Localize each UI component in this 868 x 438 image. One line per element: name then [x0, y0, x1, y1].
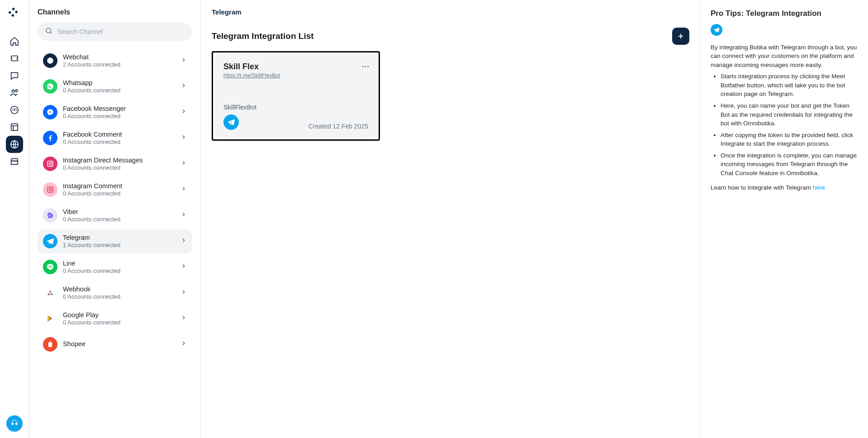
card-title: Skill Flex — [223, 62, 368, 71]
channels-title: Channels — [38, 8, 196, 16]
svg-line-8 — [50, 32, 52, 33]
channel-sub: 0 Accounts connected — [63, 216, 175, 223]
channel-sub: 1 Accounts connected — [63, 242, 175, 249]
nav-chat[interactable] — [6, 67, 23, 84]
channel-list: Webchat2 Accounts connectedWhatsapp0 Acc… — [38, 45, 196, 438]
chevron-right-icon — [180, 57, 187, 65]
card-created-date: Created 12 Feb 2025 — [308, 123, 368, 130]
chevron-right-icon — [180, 289, 187, 297]
app-logo — [8, 7, 21, 20]
nav-channels[interactable] — [6, 136, 23, 153]
channel-item-viber[interactable]: Viber0 Accounts connected — [38, 204, 192, 228]
card-menu-button[interactable] — [361, 62, 370, 73]
play-icon — [43, 311, 57, 326]
channel-name: Facebook Messenger — [63, 105, 175, 113]
chevron-right-icon — [180, 134, 187, 142]
channel-sub: 0 Accounts connected — [63, 138, 175, 146]
integration-area: Telegram Telegram Integration List Skill… — [201, 0, 701, 438]
nav-template[interactable] — [6, 119, 23, 136]
svg-point-11 — [49, 163, 51, 165]
channel-name: Viber — [63, 208, 175, 216]
svg-rect-3 — [11, 124, 18, 131]
integration-card-highlight: Skill Flex https://t.me/SkillFlexBot Ski… — [212, 51, 380, 141]
tips-bullet: After copying the token to the provided … — [721, 131, 858, 148]
channel-sub: 0 Accounts connected — [63, 164, 175, 171]
tips-bullet: Starts integration process by clicking t… — [721, 72, 858, 99]
integration-card[interactable]: Skill Flex https://t.me/SkillFlexBot Ski… — [214, 54, 377, 138]
channel-item-facebook-messenger[interactable]: Facebook Messenger0 Accounts connected — [38, 100, 192, 124]
viber-icon — [43, 208, 57, 223]
facebook-icon — [43, 131, 57, 145]
shopee-icon — [43, 337, 57, 352]
search-channel-input[interactable] — [57, 28, 185, 35]
telegram-icon — [711, 24, 722, 36]
channel-sub: 0 Accounts connected — [63, 87, 175, 94]
channel-item-whatsapp[interactable]: Whatsapp0 Accounts connected — [38, 75, 192, 99]
tips-intro: By integrating Botika with Telegram thro… — [711, 43, 858, 70]
card-bot-link[interactable]: https://t.me/SkillFlexBot — [223, 72, 368, 79]
telegram-icon — [223, 114, 239, 130]
svg-point-6 — [15, 423, 16, 424]
channel-sub: 0 Accounts connected — [63, 319, 175, 326]
nav-rail — [0, 0, 29, 438]
channel-item-google-play[interactable]: Google Play0 Accounts connected — [38, 307, 192, 331]
channel-name: Instagram Direct Messages — [63, 157, 175, 164]
instagram-icon — [43, 157, 57, 171]
search-icon — [45, 27, 53, 37]
svg-point-15 — [52, 188, 52, 189]
channel-item-instagram-comment[interactable]: Instagram Comment0 Accounts connected — [38, 178, 192, 202]
integration-list-title: Telegram Integration List — [212, 31, 314, 41]
channel-name: Instagram Comment — [63, 182, 175, 190]
telegram-icon — [43, 234, 57, 248]
channel-name: Telegram — [63, 234, 175, 242]
channel-sub: 2 Accounts connected — [63, 61, 175, 68]
chevron-right-icon — [180, 314, 187, 323]
channel-name: Webchat — [63, 53, 175, 61]
chevron-right-icon — [180, 160, 187, 168]
channel-sub: 0 Accounts connected — [63, 267, 175, 275]
chevron-right-icon — [180, 237, 187, 245]
channel-name: Whatsapp — [63, 79, 175, 87]
channel-name: Webhook — [63, 286, 175, 293]
svg-point-24 — [367, 66, 369, 67]
channel-item-facebook-comment[interactable]: Facebook Comment0 Accounts connected — [38, 126, 192, 150]
svg-point-1 — [15, 90, 18, 92]
tips-bullet: Here, you can name your bot and get the … — [721, 101, 858, 128]
tips-panel: Pro Tips: Telegram Integration By integr… — [701, 0, 868, 438]
svg-point-0 — [12, 90, 15, 93]
svg-point-23 — [365, 66, 366, 67]
tips-learn-line: Learn how to Integrate with Telegram her… — [711, 183, 858, 192]
breadcrumb: Telegram — [212, 8, 689, 16]
nav-ticket[interactable] — [6, 50, 23, 67]
assistant-bubble[interactable] — [6, 415, 23, 432]
nav-storefront[interactable] — [6, 153, 23, 170]
channel-item-line[interactable]: LINELine0 Accounts connected — [38, 255, 192, 279]
search-channel-input-wrap[interactable] — [38, 23, 192, 41]
channel-name: Facebook Comment — [63, 131, 175, 138]
channel-item-instagram-direct-messages[interactable]: Instagram Direct Messages0 Accounts conn… — [38, 152, 192, 176]
globe-icon — [43, 53, 57, 68]
tips-learn-link[interactable]: here — [813, 184, 825, 191]
channels-panel: Channels Webchat2 Accounts connectedWhat… — [29, 0, 201, 438]
channel-sub: 0 Accounts connected — [63, 113, 175, 120]
add-integration-button[interactable] — [672, 28, 689, 45]
nav-home[interactable] — [6, 33, 23, 50]
channel-sub: 0 Accounts connected — [63, 293, 175, 300]
nav-analytics[interactable] — [6, 101, 23, 119]
chevron-right-icon — [180, 82, 187, 90]
channel-item-webhook[interactable]: Webhook0 Accounts connected — [38, 281, 192, 305]
channel-sub: 0 Accounts connected — [63, 190, 175, 197]
chevron-right-icon — [180, 186, 187, 194]
svg-point-5 — [13, 423, 14, 424]
instagram-icon — [43, 182, 57, 197]
tips-title: Pro Tips: Telegram Integration — [711, 8, 858, 19]
messenger-icon — [43, 105, 57, 119]
tips-learn-prefix: Learn how to Integrate with Telegram — [711, 184, 813, 191]
channel-item-shopee[interactable]: Shopee — [38, 333, 192, 356]
channel-item-telegram[interactable]: Telegram1 Accounts connected — [38, 229, 192, 253]
chevron-right-icon — [180, 263, 187, 271]
chevron-right-icon — [180, 211, 187, 219]
channel-item-webchat[interactable]: Webchat2 Accounts connected — [38, 49, 192, 73]
channel-name: Line — [63, 260, 175, 267]
nav-contacts[interactable] — [6, 84, 23, 101]
